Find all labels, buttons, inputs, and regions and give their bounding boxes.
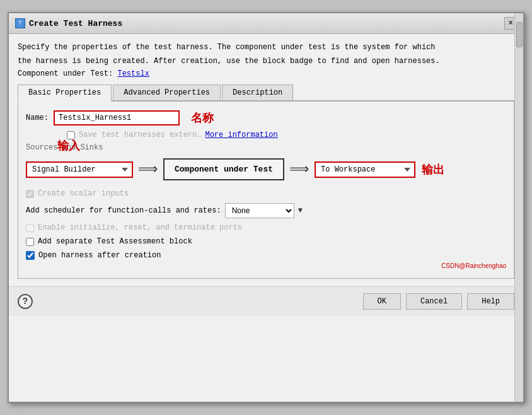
output-annotation: 输出 xyxy=(422,162,444,177)
watermark: CSDN@Rainchenghao xyxy=(26,262,506,269)
add-assessment-checkbox[interactable] xyxy=(26,238,34,246)
tab-description[interactable]: Description xyxy=(222,85,293,100)
output-select[interactable]: To Workspace xyxy=(315,161,415,178)
create-scalar-checkbox xyxy=(26,190,34,198)
create-scalar-label: Create scalar inputs xyxy=(38,189,129,198)
scheduler-label: Add scheduler for function-calls and rat… xyxy=(26,206,221,215)
tab-basic-properties[interactable]: Basic Properties xyxy=(18,85,112,102)
save-label: Save test harnesses extern… xyxy=(79,131,201,139)
enable-ports-checkbox xyxy=(26,224,34,232)
description-line2: the harness is being created. After crea… xyxy=(18,56,514,67)
open-harness-row: Open harness after creation xyxy=(26,251,506,260)
scrollbar-thumb xyxy=(516,22,523,47)
enable-ports-row: Enable initialize, reset, and terminate … xyxy=(26,223,506,232)
more-info-link[interactable]: More information xyxy=(205,131,277,139)
open-harness-checkbox[interactable] xyxy=(26,251,35,260)
add-assessment-row: Add separate Test Assessment block xyxy=(26,237,506,246)
name-row: Name: 名称 xyxy=(26,110,506,126)
sources-sinks-label: Sources and Sinks xyxy=(26,143,506,152)
footer-buttons: OK Cancel Help xyxy=(363,293,514,310)
sources-sinks-wrapper: 输入 Signal Builder ⟹ Component under Test… xyxy=(26,158,506,180)
component-under-test-label: Component under Test: Testslx xyxy=(18,69,514,78)
arrow-right-1: ⟹ xyxy=(138,161,158,178)
dialog-footer: ? OK Cancel Help xyxy=(9,286,523,316)
name-label: Name: xyxy=(26,114,49,122)
help-icon-button[interactable]: ? xyxy=(18,294,33,309)
save-checkbox-row: Save test harnesses extern… More informa… xyxy=(67,131,506,139)
ok-button[interactable]: OK xyxy=(363,293,401,310)
input-annotation: 输入 xyxy=(57,138,80,153)
tab-content-basic: Name: 名称 Save test harnesses extern… Mor… xyxy=(18,102,514,279)
cancel-button[interactable]: Cancel xyxy=(406,293,462,310)
enable-ports-label: Enable initialize, reset, and terminate … xyxy=(38,223,242,232)
name-input[interactable] xyxy=(54,110,180,126)
add-assessment-label: Add separate Test Assessment block xyxy=(38,237,192,246)
scheduler-select[interactable]: None Rate Transition xyxy=(225,203,294,218)
tab-advanced-properties[interactable]: Advanced Properties xyxy=(113,85,221,100)
component-label-text: Component under Test: xyxy=(18,69,113,78)
help-button[interactable]: Help xyxy=(467,293,514,310)
title-bar: T Create Test Harness × xyxy=(9,13,523,34)
description-line1: Specify the properties of the test harne… xyxy=(18,42,514,53)
dialog-title: Create Test Harness xyxy=(29,19,122,28)
dialog-body: Specify the properties of the test harne… xyxy=(9,34,523,286)
component-under-test-box: Component under Test xyxy=(163,158,284,180)
scheduler-row: Add scheduler for function-calls and rat… xyxy=(26,203,506,218)
dialog-icon: T xyxy=(15,18,25,28)
create-scalar-row: Create scalar inputs xyxy=(26,189,506,198)
open-harness-label: Open harness after creation xyxy=(38,251,161,260)
component-link[interactable]: Testslx xyxy=(117,69,149,78)
arrow-right-2: ⟹ xyxy=(289,161,309,178)
scheduler-dropdown-arrow: ▼ xyxy=(298,206,303,215)
scrollbar[interactable] xyxy=(514,13,523,402)
sources-sinks-row: Signal Builder ⟹ Component under Test ⟹ … xyxy=(26,158,506,180)
create-test-harness-dialog: T Create Test Harness × Specify the prop… xyxy=(8,12,524,403)
title-bar-left: T Create Test Harness xyxy=(15,18,122,28)
name-annotation: 名称 xyxy=(191,110,214,126)
signal-builder-select[interactable]: Signal Builder xyxy=(26,161,133,178)
tabs: Basic Properties Advanced Properties Des… xyxy=(18,85,514,102)
